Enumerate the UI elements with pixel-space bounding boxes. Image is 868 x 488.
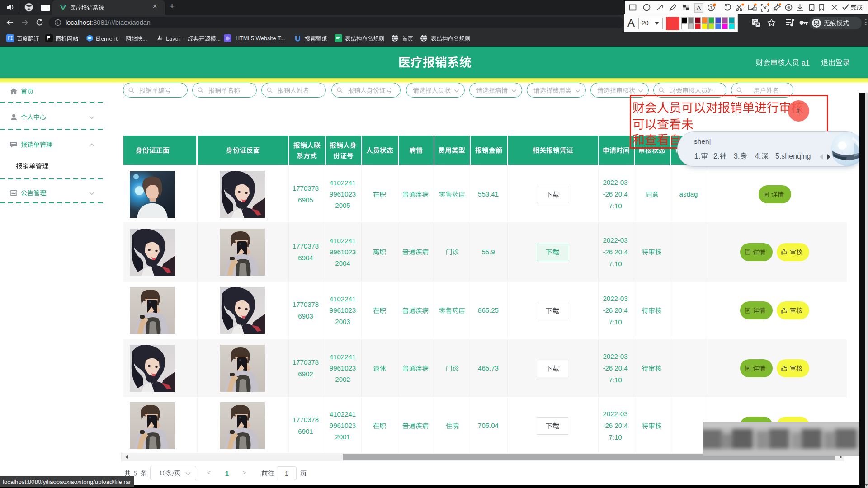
svg-text:A: A [754,8,755,10]
svg-text:A: A [696,4,701,12]
svg-text:1: 1 [710,5,712,10]
